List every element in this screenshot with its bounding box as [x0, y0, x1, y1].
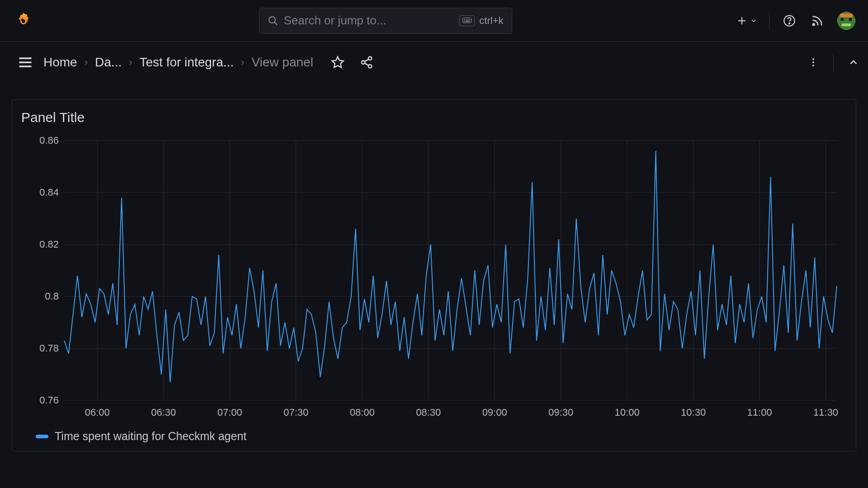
- topbar-actions: [736, 12, 855, 30]
- svg-rect-9: [466, 21, 470, 21]
- collapse-button[interactable]: [845, 54, 862, 70]
- svg-text:11:00: 11:00: [747, 407, 772, 418]
- svg-rect-18: [849, 18, 852, 21]
- svg-point-14: [813, 23, 815, 25]
- breadcrumb-dashboards[interactable]: Da...: [95, 55, 122, 70]
- svg-text:0.78: 0.78: [39, 343, 59, 354]
- breadcrumb-separator: ›: [85, 56, 88, 68]
- svg-text:0.8: 0.8: [45, 291, 59, 302]
- svg-point-1: [269, 17, 275, 23]
- svg-point-32: [812, 65, 814, 66]
- svg-point-6: [468, 19, 469, 20]
- news-button[interactable]: [809, 13, 826, 29]
- divider: [833, 53, 834, 71]
- svg-rect-16: [840, 14, 853, 17]
- svg-text:0.82: 0.82: [39, 239, 59, 250]
- breadcrumb-separator: ›: [241, 56, 244, 68]
- breadcrumb-current: View panel: [251, 55, 313, 70]
- svg-text:11:30: 11:30: [813, 407, 838, 418]
- topbar: Search or jump to... ctrl+k: [0, 0, 868, 42]
- favorite-button[interactable]: [330, 54, 346, 70]
- search-icon: [268, 15, 278, 26]
- svg-point-27: [368, 65, 372, 68]
- svg-text:0.84: 0.84: [39, 187, 59, 198]
- svg-point-25: [368, 56, 372, 60]
- chart-area[interactable]: 0.760.780.80.820.840.8606:0006:3007:0007…: [21, 131, 847, 425]
- svg-text:06:00: 06:00: [85, 407, 110, 418]
- svg-text:10:30: 10:30: [681, 407, 706, 418]
- timeseries-chart: 0.760.780.80.820.840.8606:0006:3007:0007…: [21, 131, 844, 425]
- breadcrumb-home[interactable]: Home: [43, 55, 77, 70]
- svg-point-7: [470, 19, 471, 20]
- grafana-logo-icon: [14, 11, 33, 31]
- keyboard-icon: [459, 15, 475, 26]
- svg-marker-24: [332, 56, 343, 67]
- dots-vertical-icon: [808, 57, 819, 68]
- chevron-up-icon: [848, 56, 859, 68]
- star-icon: [331, 56, 344, 69]
- svg-rect-17: [841, 18, 844, 21]
- breadcrumb-separator: ›: [129, 56, 132, 68]
- svg-rect-3: [463, 18, 472, 23]
- svg-text:06:30: 06:30: [151, 407, 176, 418]
- svg-point-31: [812, 61, 814, 63]
- add-button[interactable]: [736, 13, 757, 29]
- legend-label[interactable]: Time spent waiting for Checkmk agent: [55, 430, 246, 443]
- svg-line-29: [365, 63, 369, 65]
- avatar-image: [837, 12, 855, 30]
- breadcrumbs: Home › Da... › Test for integra... › Vie…: [43, 55, 313, 70]
- svg-point-30: [812, 58, 814, 60]
- svg-text:0.76: 0.76: [39, 394, 59, 406]
- help-button[interactable]: [781, 13, 797, 29]
- breadcrumb-item[interactable]: Test for integra...: [140, 55, 234, 70]
- svg-rect-19: [842, 23, 851, 26]
- plus-icon: [736, 15, 747, 26]
- user-avatar[interactable]: [837, 12, 855, 30]
- help-icon: [783, 14, 796, 27]
- rss-icon: [811, 14, 824, 27]
- shortcut-text: ctrl+k: [479, 15, 503, 27]
- svg-point-8: [464, 21, 465, 22]
- share-icon: [360, 56, 373, 69]
- chevron-down-icon: [750, 17, 757, 24]
- panel-menu-button[interactable]: [805, 54, 821, 70]
- panel-title: Panel Title: [21, 110, 847, 125]
- legend-swatch: [36, 435, 48, 438]
- svg-point-13: [789, 23, 790, 23]
- menu-icon: [17, 54, 33, 70]
- svg-text:10:00: 10:00: [615, 407, 640, 418]
- chart-panel: Panel Title 0.760.780.80.820.840.8606:00…: [12, 99, 856, 451]
- svg-point-5: [466, 19, 467, 20]
- search-placeholder: Search or jump to...: [284, 14, 454, 28]
- menu-toggle-button[interactable]: [14, 52, 36, 73]
- svg-text:08:00: 08:00: [350, 407, 375, 418]
- grafana-logo[interactable]: [13, 10, 34, 32]
- svg-line-2: [274, 22, 277, 25]
- keyboard-shortcut-hint: ctrl+k: [459, 15, 503, 27]
- svg-text:08:30: 08:30: [416, 407, 441, 418]
- svg-text:09:30: 09:30: [548, 407, 573, 418]
- divider: [769, 12, 769, 30]
- svg-text:07:30: 07:30: [283, 407, 308, 418]
- chart-legend: Time spent waiting for Checkmk agent: [21, 430, 847, 443]
- svg-text:0.86: 0.86: [39, 135, 59, 146]
- global-search[interactable]: Search or jump to... ctrl+k: [259, 8, 512, 34]
- svg-text:07:00: 07:00: [217, 407, 242, 418]
- svg-line-28: [365, 59, 369, 61]
- share-button[interactable]: [359, 54, 375, 70]
- svg-point-26: [362, 61, 365, 64]
- breadcrumb-bar: Home › Da... › Test for integra... › Vie…: [0, 42, 868, 83]
- svg-point-4: [464, 19, 465, 20]
- svg-text:09:00: 09:00: [482, 407, 507, 418]
